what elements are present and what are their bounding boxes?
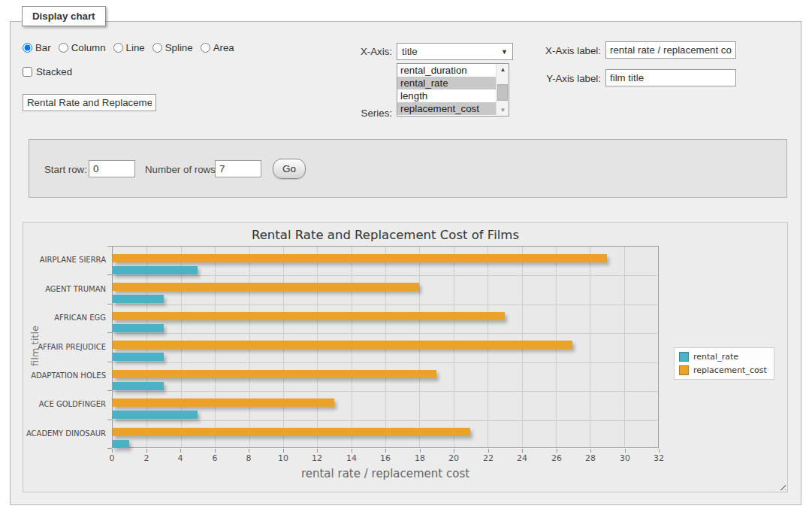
x-tick-mark (590, 449, 591, 453)
x-tick-mark (659, 449, 660, 453)
chart-title-input[interactable] (23, 94, 156, 111)
scroll-down-icon[interactable]: ▼ (497, 105, 509, 116)
chart-type-option-line[interactable]: Line (113, 42, 145, 53)
chart-type-option-area[interactable]: Area (201, 42, 234, 53)
category-label: AIRPLANE SIERRA (23, 256, 106, 264)
series-options: rental_durationrental_ratelengthreplacem… (397, 64, 496, 116)
radio-bar[interactable] (23, 43, 32, 53)
bar-rental_rate[interactable] (113, 353, 164, 361)
radio-label: Bar (35, 42, 51, 53)
y-axis-label-field-label: Y-Axis label: (491, 73, 601, 84)
x-tick-label: 14 (340, 453, 363, 463)
bar-replacement_cost[interactable] (113, 398, 334, 407)
y-tick-mark (107, 332, 112, 333)
chart-title: Rental Rate and Replacement Cost of Film… (112, 228, 659, 242)
x-tick-mark (557, 449, 557, 453)
gridline-y (113, 304, 658, 305)
resize-handle-icon[interactable] (777, 482, 786, 490)
bar-replacement_cost[interactable] (113, 341, 572, 349)
x-tick-mark (522, 449, 523, 453)
y-axis-label-input[interactable] (605, 69, 736, 86)
legend-label: rental_rate (693, 352, 738, 362)
radio-area[interactable] (201, 43, 210, 53)
x-tick-mark (112, 449, 113, 453)
x-tick-mark (180, 449, 181, 453)
x-tick-label: 0 (101, 453, 123, 463)
x-axis-select-label: X-Axis: (311, 46, 392, 57)
bar-replacement_cost[interactable] (113, 312, 505, 320)
radio-label: Spline (165, 42, 193, 53)
bar-rental_rate[interactable] (113, 411, 198, 419)
x-tick-label: 16 (374, 453, 397, 463)
y-tick-mark (107, 390, 112, 391)
x-tick-mark (283, 449, 284, 453)
x-tick-label: 12 (306, 453, 328, 463)
legend-label: replacement_cost (693, 365, 767, 375)
radio-label: Line (126, 42, 145, 53)
x-tick-label: 30 (614, 453, 636, 463)
y-tick-mark (107, 246, 112, 247)
x-tick-label: 22 (477, 453, 500, 463)
x-tick-label: 4 (169, 453, 192, 463)
series-listbox[interactable]: rental_durationrental_ratelengthreplacem… (397, 63, 509, 117)
x-tick-mark (385, 449, 386, 453)
legend-item-replacement_cost: replacement_cost (679, 365, 767, 375)
radio-line[interactable] (113, 43, 123, 53)
bar-rental_rate[interactable] (113, 440, 129, 448)
bar-rental_rate[interactable] (113, 382, 164, 390)
bar-replacement_cost[interactable] (113, 254, 607, 262)
legend-swatch-rental_rate (679, 352, 689, 362)
x-tick-mark (352, 449, 352, 453)
bar-rental_rate[interactable] (113, 266, 198, 274)
series-scrollbar[interactable]: ▲ ▼ (496, 64, 509, 116)
radio-spline[interactable] (152, 43, 162, 53)
category-label: ACE GOLDFINGER (23, 400, 106, 408)
y-tick-mark (107, 362, 112, 362)
x-tick-label: 10 (272, 453, 294, 463)
stacked-checkbox[interactable] (23, 67, 32, 77)
radio-label: Column (71, 42, 106, 53)
gridline-y (113, 333, 658, 334)
fieldset-legend: Display chart (22, 6, 106, 26)
series-option-rental_rate[interactable]: rental_rate (397, 77, 496, 89)
series-option-length[interactable]: length (397, 89, 496, 102)
x-axis-label-input[interactable] (605, 41, 736, 59)
category-label: AFRICAN EGG (23, 314, 106, 322)
radio-column[interactable] (59, 43, 68, 53)
category-label: AGENT TRUMAN (23, 285, 106, 293)
x-tick-mark (454, 449, 454, 453)
num-rows-label: Number of rows: (145, 164, 219, 175)
start-row-label: Start row: (44, 164, 87, 175)
bar-replacement_cost[interactable] (113, 370, 436, 378)
legend-item-rental_rate: rental_rate (679, 352, 767, 362)
scrollbar-thumb[interactable] (497, 84, 508, 101)
series-option-rental_duration[interactable]: rental_duration (397, 64, 496, 77)
y-tick-mark (107, 420, 112, 420)
num-rows-input[interactable] (215, 160, 261, 177)
chart-panel: Rental Rate and Replacement Cost of Film… (23, 222, 788, 492)
go-button[interactable]: Go (273, 159, 306, 179)
stacked-label: Stacked (36, 66, 72, 77)
bar-rental_rate[interactable] (113, 324, 164, 332)
gridline-y (113, 275, 658, 276)
bar-replacement_cost[interactable] (113, 283, 419, 291)
chart-x-axis-title: rental rate / replacement cost (112, 467, 659, 480)
stacked-checkbox-row[interactable]: Stacked (23, 66, 72, 77)
bar-rental_rate[interactable] (113, 295, 164, 303)
chart-type-option-spline[interactable]: Spline (152, 42, 193, 53)
x-tick-label: 20 (442, 453, 465, 463)
series-list-label: Series: (311, 108, 392, 119)
legend-swatch-replacement_cost (679, 365, 689, 375)
series-option-replacement_cost[interactable]: replacement_cost (397, 102, 496, 115)
x-tick-mark (146, 449, 147, 453)
category-label: ACADEMY DINOSAUR (23, 429, 106, 438)
start-row-input[interactable] (89, 160, 135, 177)
chart-type-option-column[interactable]: Column (59, 42, 106, 53)
bar-replacement_cost[interactable] (113, 428, 470, 436)
x-tick-mark (249, 449, 249, 453)
x-tick-label: 32 (647, 453, 670, 463)
chart-type-option-bar[interactable]: Bar (23, 42, 51, 53)
x-tick-mark (488, 449, 489, 453)
category-label: ADAPTATION HOLES (23, 371, 106, 380)
x-tick-label: 2 (135, 453, 158, 463)
